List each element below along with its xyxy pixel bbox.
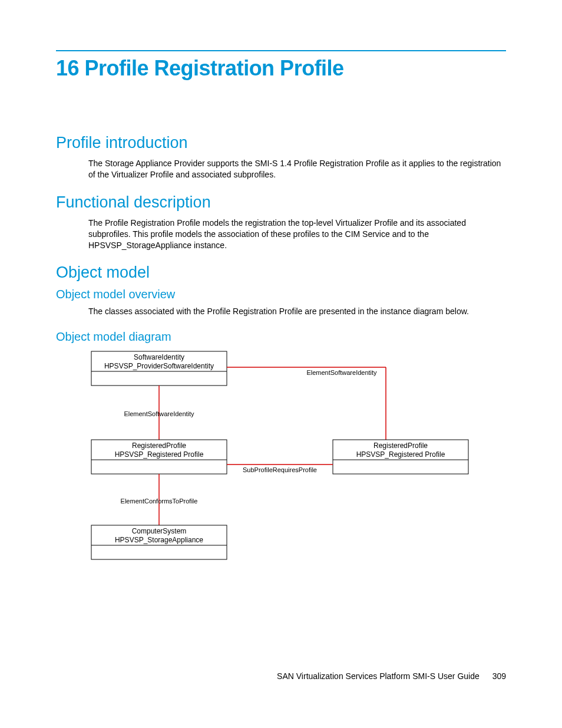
box2-l1: RegisteredProfile: [132, 442, 186, 450]
footer-page-number: 309: [492, 671, 506, 681]
box3-l2: HPSVSP_Registered Profile: [356, 450, 445, 459]
box4-l2: HPSVSP_StorageAppliance: [115, 536, 203, 544]
object-model-diagram: SoftwareIdentity HPSVSP_ProviderSoftware…: [88, 348, 506, 569]
section-functional-description: Functional description: [56, 193, 506, 212]
overview-body: The classes associated with the Profile …: [88, 306, 506, 317]
box-computer-system: ComputerSystem HPSVSP_StorageAppliance: [91, 525, 227, 559]
box-registered-profile-left: RegisteredProfile HPSVSP_Registered Prof…: [91, 440, 227, 474]
box1-l1: SoftwareIdentity: [134, 353, 184, 361]
box2-l2: HPSVSP_Registered Profile: [115, 450, 204, 459]
page-footer: SAN Virtualization Services Platform SMI…: [277, 671, 506, 681]
box1-l2: HPSVSP_ProviderSoftwareIdentity: [104, 362, 214, 370]
chapter-rule: [56, 50, 506, 51]
section-object-model: Object model: [56, 263, 506, 282]
assoc-esi2: ElementSoftwareIdentity: [124, 410, 194, 417]
assoc-sprp: SubProfileRequiresProfile: [243, 466, 317, 473]
intro-body: The Storage Appliance Provider supports …: [88, 158, 506, 180]
subsection-object-model-diagram: Object model diagram: [56, 330, 506, 344]
box4-l1: ComputerSystem: [132, 527, 187, 535]
box-registered-profile-right: RegisteredProfile HPSVSP_Registered Prof…: [333, 440, 468, 474]
assoc-subprofile-requires-profile: SubProfileRequiresProfile: [227, 465, 333, 473]
chapter-name: Profile Registration Profile: [85, 56, 344, 80]
assoc-element-software-identity-down: ElementSoftwareIdentity: [124, 386, 194, 440]
func-body: The Profile Registration Profile models …: [88, 218, 506, 251]
section-profile-introduction: Profile introduction: [56, 134, 506, 152]
box-software-identity: SoftwareIdentity HPSVSP_ProviderSoftware…: [91, 351, 227, 386]
footer-title: SAN Virtualization Services Platform SMI…: [277, 671, 480, 681]
chapter-title: 16 Profile Registration Profile: [56, 56, 506, 81]
assoc-element-conforms-to-profile: ElementConformsToProfile: [121, 474, 198, 525]
assoc-ectp: ElementConformsToProfile: [121, 498, 198, 505]
box3-l1: RegisteredProfile: [373, 442, 428, 450]
assoc-esi1: ElementSoftwareIdentity: [306, 369, 377, 376]
chapter-number: 16: [56, 56, 79, 80]
subsection-object-model-overview: Object model overview: [56, 288, 506, 301]
assoc-element-software-identity-right: ElementSoftwareIdentity: [227, 367, 386, 440]
